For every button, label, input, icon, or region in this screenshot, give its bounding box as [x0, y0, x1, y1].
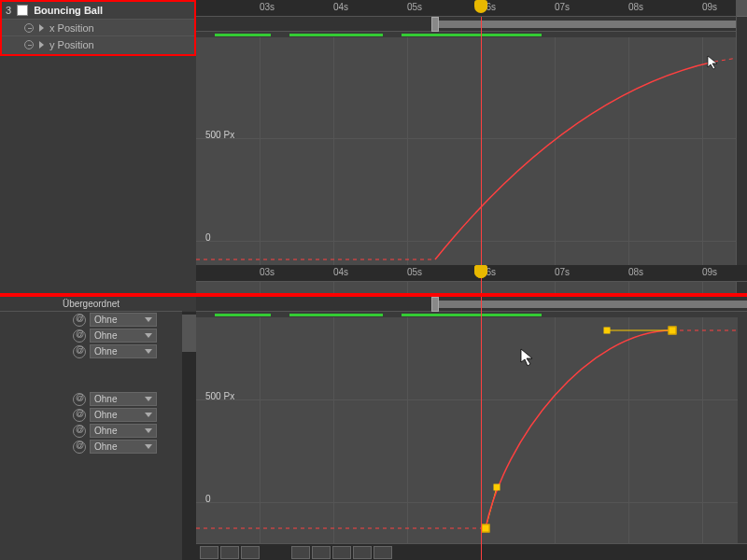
property-label: y Position — [49, 39, 94, 50]
dropdown-value: Ohne — [94, 410, 117, 420]
parent-dropdown[interactable]: Ohne — [90, 408, 157, 422]
layer-name[interactable]: Bouncing Ball — [34, 5, 103, 16]
work-area-start-handle[interactable] — [431, 17, 439, 32]
layer-index: 3 — [6, 5, 11, 16]
pickwhip-icon[interactable] — [73, 393, 86, 406]
toolbar-button[interactable] — [220, 546, 239, 559]
parent-dropdown[interactable]: Ohne — [90, 344, 157, 358]
chevron-down-icon — [145, 428, 152, 433]
chevron-down-icon — [145, 397, 152, 401]
chevron-down-icon — [145, 349, 152, 354]
pickwhip-icon[interactable] — [73, 329, 86, 343]
layer-list-highlight: 3 Bouncing Ball x Position y Position — [0, 0, 196, 56]
time-ruler[interactable]: 03s 04s 05s 06s 07s 08s 09s — [196, 0, 747, 17]
playhead-line — [481, 280, 482, 560]
parent-row: Ohne — [0, 343, 182, 359]
value-graph-bottom[interactable]: 500 Px 0 — [196, 317, 738, 543]
expand-arrow-icon[interactable] — [39, 24, 44, 32]
dropdown-value: Ohne — [94, 441, 117, 452]
layer-color-swatch[interactable] — [17, 5, 28, 16]
cache-segment — [289, 34, 383, 36]
pickwhip-icon[interactable] — [73, 425, 86, 438]
ruler-tick: 04s — [333, 2, 348, 12]
top-graph-editor[interactable]: 03s 04s 05s 06s 07s 08s 09s 500 Px — [196, 0, 747, 295]
ruler-tick: 08s — [628, 267, 643, 277]
chevron-down-icon — [145, 333, 152, 338]
parent-row: Ohne — [0, 391, 182, 407]
cache-segment — [215, 34, 271, 36]
toolbar-button[interactable] — [374, 546, 392, 559]
ruler-tick: 03s — [260, 267, 275, 277]
ruler-tick: 09s — [702, 267, 717, 277]
playhead-line — [481, 17, 482, 295]
work-area-bar[interactable] — [196, 17, 747, 32]
toolbar-button[interactable] — [353, 546, 372, 559]
parent-dropdown[interactable]: Ohne — [90, 392, 157, 406]
pickwhip-icon[interactable] — [73, 441, 86, 454]
parent-dropdown[interactable]: Ohne — [90, 329, 157, 343]
chevron-down-icon — [145, 317, 152, 322]
parent-row: Ohne — [0, 312, 182, 328]
dropdown-value: Ohne — [94, 346, 117, 357]
parent-dropdown[interactable]: Ohne — [90, 313, 157, 327]
toolbar-button[interactable] — [200, 546, 218, 559]
toolbar-button[interactable] — [332, 546, 351, 559]
parent-dropdown[interactable]: Ohne — [90, 440, 157, 454]
parent-dropdown[interactable]: Ohne — [90, 424, 157, 438]
toolbar-button[interactable] — [241, 546, 260, 559]
property-row-x[interactable]: x Position — [2, 19, 194, 35]
stopwatch-icon[interactable] — [24, 40, 34, 49]
svg-line-1 — [714, 58, 738, 62]
ruler-tick: 05s — [407, 2, 422, 12]
stopwatch-icon[interactable] — [24, 23, 34, 33]
ruler-tick: 07s — [555, 2, 570, 12]
parent-row: Ohne — [0, 439, 182, 455]
playhead-indicator[interactable] — [474, 0, 487, 13]
cache-segment — [215, 314, 271, 316]
toolbar-button[interactable] — [312, 546, 331, 559]
scrollbar-thumb[interactable] — [182, 315, 196, 352]
parent-row: Ohne — [0, 328, 182, 343]
pickwhip-icon[interactable] — [73, 345, 86, 358]
property-label: x Position — [49, 22, 94, 34]
toolbar-button[interactable] — [291, 546, 310, 559]
time-ruler-bottom[interactable]: 03s 04s 05s 06s 07s 08s 09s — [196, 265, 736, 282]
keyframe-marker[interactable] — [482, 525, 490, 533]
ruler-tick: 04s — [333, 267, 348, 277]
expand-arrow-icon[interactable] — [39, 41, 44, 49]
work-area-bar[interactable] — [196, 297, 747, 312]
parent-row: Ohne — [0, 423, 182, 439]
dropdown-value: Ohne — [94, 394, 117, 404]
work-area-span[interactable] — [439, 21, 747, 28]
graph-editor-toolbar — [196, 543, 747, 560]
dropdown-value: Ohne — [94, 315, 117, 325]
panel-divider-highlight — [0, 293, 747, 297]
chevron-down-icon — [145, 413, 152, 417]
cache-segment — [402, 314, 542, 316]
ruler-tick: 03s — [260, 2, 275, 12]
bottom-graph-editor[interactable]: 03s 04s 05s 06s 07s 08s 09s 5 — [196, 297, 747, 560]
pickwhip-icon[interactable] — [73, 409, 86, 422]
bezier-handle[interactable] — [494, 484, 500, 491]
parent-row: Ohne — [0, 407, 182, 423]
layer-header-row[interactable]: 3 Bouncing Ball — [2, 2, 194, 19]
work-area-start-handle[interactable] — [431, 297, 439, 312]
cache-segment — [289, 314, 383, 316]
bezier-handle[interactable] — [604, 328, 611, 334]
playhead-indicator[interactable] — [474, 265, 487, 278]
value-graph-top[interactable]: 500 Px 0 — [196, 37, 738, 295]
parent-column: Übergeordnet Ohne Ohne Ohne Ohne Ohne Oh… — [0, 297, 182, 560]
property-row-y[interactable]: y Position — [2, 35, 194, 52]
ruler-tick: 09s — [702, 2, 717, 12]
right-gutter — [736, 0, 747, 295]
parent-column-header: Übergeordnet — [0, 297, 182, 312]
vertical-scrollbar[interactable] — [182, 312, 196, 560]
keyframe-marker[interactable] — [669, 327, 677, 335]
chevron-down-icon — [145, 444, 152, 449]
gutter-cap — [737, 0, 747, 17]
ruler-tick: 05s — [407, 267, 422, 277]
ruler-tick: 08s — [628, 2, 643, 12]
work-area-span[interactable] — [439, 301, 747, 308]
curve-svg-top — [196, 37, 738, 295]
pickwhip-icon[interactable] — [73, 314, 86, 327]
